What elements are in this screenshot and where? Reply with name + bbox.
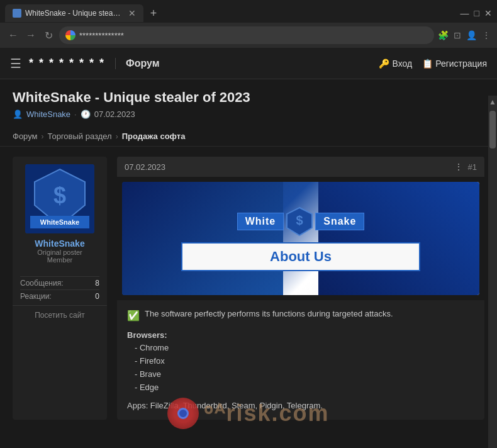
browser-brave: - Brave [127,368,474,381]
post-number[interactable]: #1 [468,162,477,172]
brand-logo-row: White $ Snake [237,206,365,237]
forward-button[interactable]: → [24,30,38,41]
forum-nav: ☰ * * * * * * * * Форум 🔑 Вход 📋 Регистр… [0,48,497,79]
breadcrumb-trading[interactable]: Торговый раздел [48,132,112,141]
check-text: The software perfectly performs its func… [145,308,393,321]
reactions-stat: Реакции: 0 [20,289,99,303]
author-icon: 👤 [13,109,23,119]
forum-page: ☰ * * * * * * * * Форум 🔑 Вход 📋 Регистр… [0,48,497,448]
post-timestamp: 07.02.2023 [125,162,165,172]
close-window-button[interactable]: ✕ [484,8,492,18]
address-bar[interactable]: ************** [59,26,434,44]
minimize-button[interactable]: — [461,8,469,18]
login-icon: 🔑 [379,59,389,69]
more-menu-icon[interactable]: ⋮ [482,30,491,40]
address-icons: 🧩 ⊡ 👤 ⋮ [438,30,491,40]
user-role1: Original poster [37,249,82,256]
post-date: 07.02.2023 [94,109,135,119]
browser-chrome: - Chrome [127,342,474,355]
scroll-thumb[interactable] [489,111,496,148]
about-us-text: About Us [270,249,332,264]
brand-icon: $ [284,206,315,237]
messages-label: Сообщения: [20,279,63,288]
content-area: $ WhiteSnake WhiteSnake Original poster … [0,147,497,430]
banner-area: White $ Snake About Us [117,177,484,300]
browsers-section: Browsers: - Chrome - Firefox - Brave - E… [127,329,474,395]
post-content: 07.02.2023 ⋮ #1 White $ [117,157,484,420]
about-us-box: About Us [181,242,420,271]
browser-edge: - Edge [127,381,474,395]
post-meta: 👤 WhiteSnake · 🕐 07.02.2023 [13,109,484,119]
register-button[interactable]: 📋 Регистрация [422,59,487,69]
refresh-button[interactable]: ↻ [42,30,55,42]
reactions-count: 0 [95,292,99,301]
avatar: $ WhiteSnake [25,164,94,233]
messages-count: 8 [95,279,99,288]
apps-text: Apps: FileZilla, Thunderbird, Steam, Pid… [127,400,474,413]
user-role2: Member [47,256,72,264]
svg-text:$: $ [296,213,303,227]
window-controls: — □ ✕ [461,8,492,18]
svg-text:WhiteSnake: WhiteSnake [40,218,79,226]
brand-left: White [237,213,284,230]
new-tab-button[interactable]: + [146,6,161,21]
post-text: ✅ The software perfectly performs its fu… [117,300,484,420]
banner-inner: White $ Snake About Us [122,182,479,295]
visit-site-link[interactable]: Посетить сайт [13,305,107,325]
breadcrumb-arrow2: › [116,132,118,141]
address-bar-row: ← → ↻ ************** 🧩 ⊡ 👤 ⋮ [0,23,497,48]
username[interactable]: WhiteSnake [35,238,84,249]
extensions-icon[interactable]: 🧩 [438,30,449,40]
tab-favicon [13,9,21,18]
user-avatar-wrap: $ WhiteSnake WhiteSnake Original poster … [13,157,107,276]
scrollbar[interactable]: ▲ ▼ [488,96,497,448]
post-title: WhiteSnake - Unique stealer of 2023 [13,89,484,106]
post-author[interactable]: WhiteSnake [26,109,70,119]
post-top-bar: 07.02.2023 ⋮ #1 [117,157,484,177]
browser-menu-icon[interactable]: ⊡ [454,30,461,40]
banner-center: White $ Snake About Us [181,206,420,271]
breadcrumb: Форум › Торговый раздел › Продажа софта [0,126,497,147]
browser-firefox: - Firefox [127,355,474,368]
svg-text:$: $ [53,182,66,208]
brand-right: Snake [315,213,364,230]
tab-bar: WhiteSnake - Unique stealer of 2 ✕ + — □… [0,0,497,23]
hamburger-menu[interactable]: ☰ [10,56,21,71]
address-text: ************** [79,31,428,40]
check-icon: ✅ [127,308,140,324]
reactions-label: Реакции: [20,292,52,301]
messages-stat: Сообщения: 8 [20,276,99,289]
user-stats: Сообщения: 8 Реакции: 0 [13,276,107,303]
breadcrumb-current: Продажа софта [122,132,186,141]
login-button[interactable]: 🔑 Вход [379,59,412,69]
back-button[interactable]: ← [6,30,20,41]
profile-icon[interactable]: 👤 [466,30,477,40]
post-actions: ⋮ #1 [454,162,477,172]
tab-close-button[interactable]: ✕ [128,8,136,18]
site-logo: * * * * * * * * [29,57,105,70]
tab-title: WhiteSnake - Unique stealer of 2 [25,9,121,18]
page-header: WhiteSnake - Unique stealer of 2023 👤 Wh… [0,79,497,126]
maximize-button[interactable]: □ [474,8,479,18]
browsers-title: Browsers: [127,329,474,342]
scroll-up-button[interactable]: ▲ [488,96,497,108]
user-sidebar: $ WhiteSnake WhiteSnake Original poster … [13,157,107,420]
active-tab[interactable]: WhiteSnake - Unique stealer of 2 ✕ [5,4,143,22]
google-icon [65,30,75,40]
forum-label: Форум [115,58,160,69]
clock-icon: 🕐 [81,109,91,119]
register-icon: 📋 [422,59,433,69]
breadcrumb-arrow1: › [42,132,44,141]
check-item: ✅ The software perfectly performs its fu… [127,308,474,324]
breadcrumb-forum[interactable]: Форум [13,132,38,141]
share-icon[interactable]: ⋮ [454,162,463,172]
